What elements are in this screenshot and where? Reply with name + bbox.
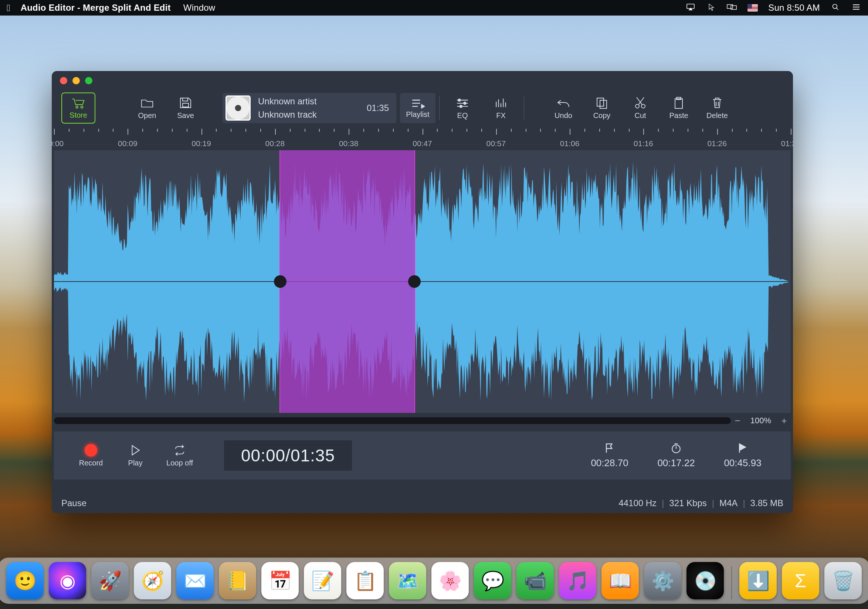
- dock-preferences-icon[interactable]: ⚙️: [644, 562, 681, 600]
- dock-facetime-icon[interactable]: 📹: [516, 562, 554, 600]
- selection-region[interactable]: [279, 150, 415, 413]
- album-art-icon: [225, 95, 251, 121]
- record-button[interactable]: Record: [69, 439, 113, 472]
- svg-rect-6: [183, 103, 189, 107]
- selection-end-handle[interactable]: [408, 275, 421, 288]
- dock-safari-icon[interactable]: 🧭: [134, 562, 171, 600]
- dock-finder-icon[interactable]: 🙂: [6, 562, 43, 600]
- dock-mail-icon[interactable]: ✉️: [176, 562, 214, 600]
- menubar-app-name[interactable]: Audio Editor - Merge Split And Edit: [21, 3, 171, 13]
- filesize-label: 3.85 MB: [750, 498, 783, 508]
- toolbar-separator: [439, 96, 440, 120]
- airplay-icon[interactable]: [685, 3, 696, 13]
- window-zoom-button[interactable]: [85, 77, 92, 84]
- dock-trash-icon[interactable]: 🗑️: [825, 562, 862, 600]
- menu-clock[interactable]: Sun 8:50 AM: [768, 3, 820, 13]
- svg-point-3: [833, 5, 837, 9]
- transport-bar: Record Play Loop off 00:00/01:35 00:28.7…: [54, 431, 791, 480]
- notification-center-icon[interactable]: [851, 3, 861, 13]
- track-artist-label: Unknown artist: [258, 96, 317, 107]
- cursor-icon[interactable]: [706, 3, 716, 13]
- status-bar: Pause 44100 Hz| 321 Kbps| M4A| 3.85 MB: [52, 493, 793, 513]
- mac-menu-bar:  Audio Editor - Merge Split And Edit Wi…: [0, 0, 868, 16]
- dock-reminders-icon[interactable]: 📋: [346, 562, 384, 600]
- play-button[interactable]: Play: [113, 439, 158, 472]
- delete-button-label: Delete: [707, 111, 728, 120]
- paste-button[interactable]: Paste: [659, 92, 698, 124]
- svg-point-8: [463, 102, 466, 104]
- play-button-label: Play: [128, 459, 143, 467]
- loop-button[interactable]: Loop off: [158, 439, 202, 472]
- selection-end-value: 00:45.93: [724, 457, 761, 469]
- eq-button[interactable]: EQ: [443, 92, 482, 124]
- track-duration-label: 01:35: [367, 103, 389, 113]
- window-traffic-lights: [60, 77, 92, 84]
- time-ruler[interactable]: 00:0000:0900:1900:2800:3800:4700:5701:06…: [52, 127, 793, 150]
- fx-button-label: FX: [496, 111, 506, 120]
- zoom-in-button[interactable]: +: [777, 415, 791, 427]
- cut-button[interactable]: Cut: [621, 92, 659, 124]
- dock-app-sigma-icon[interactable]: Σ: [782, 562, 819, 600]
- save-icon: [178, 96, 192, 109]
- svg-point-4: [76, 106, 78, 108]
- timecode-display: 00:00/01:35: [224, 440, 352, 471]
- open-button[interactable]: Open: [128, 92, 166, 124]
- fx-button[interactable]: FX: [482, 92, 520, 124]
- dock-calendar-icon[interactable]: 📅: [261, 562, 299, 600]
- playlist-button[interactable]: Playlist: [400, 93, 436, 123]
- dock-maps-icon[interactable]: 🗺️: [389, 562, 426, 600]
- selection-start-handle[interactable]: [274, 275, 287, 288]
- dock-notes-icon[interactable]: 📝: [304, 562, 341, 600]
- trash-icon: [710, 96, 724, 109]
- dock-siri-icon[interactable]: ◉: [49, 562, 86, 600]
- dock-ibooks-icon[interactable]: 📖: [601, 562, 639, 600]
- zoom-percent-label: 100%: [744, 416, 777, 426]
- save-button[interactable]: Save: [166, 92, 205, 124]
- flag-start-icon: [604, 443, 615, 454]
- zoom-out-button[interactable]: −: [731, 415, 744, 427]
- paste-icon: [672, 96, 686, 109]
- svg-rect-2: [731, 6, 737, 9]
- eq-button-label: EQ: [457, 111, 468, 120]
- ruler-tick-label: 01:35: [781, 139, 793, 148]
- window-close-button[interactable]: [60, 77, 67, 84]
- playlist-icon: [411, 98, 425, 109]
- dock-contacts-icon[interactable]: 📒: [219, 562, 256, 600]
- dock-audio-editor-icon[interactable]: 💿: [687, 562, 724, 600]
- window-minimize-button[interactable]: [73, 77, 80, 84]
- undo-button-label: Undo: [555, 111, 572, 120]
- save-button-label: Save: [177, 111, 194, 120]
- scissors-icon: [633, 96, 647, 109]
- playback-state-label: Pause: [61, 498, 87, 508]
- undo-button[interactable]: Undo: [544, 92, 583, 124]
- open-button-label: Open: [138, 111, 157, 120]
- menu-window[interactable]: Window: [183, 3, 215, 13]
- dock-messages-icon[interactable]: 💬: [474, 562, 511, 600]
- selection-length-marker: 00:17.22: [643, 443, 710, 469]
- displays-icon[interactable]: [727, 3, 737, 13]
- horizontal-scrollbar[interactable]: [54, 417, 731, 424]
- dock-itunes-icon[interactable]: 🎵: [559, 562, 596, 600]
- copy-button[interactable]: Copy: [583, 92, 621, 124]
- waveform-area[interactable]: [54, 150, 791, 413]
- store-button-label: Store: [70, 111, 87, 120]
- record-button-label: Record: [79, 459, 103, 467]
- equalizer-icon: [456, 96, 470, 109]
- dock-downloads-icon[interactable]: ⬇️: [739, 562, 777, 600]
- dock-launchpad-icon[interactable]: 🚀: [91, 562, 129, 600]
- track-title-label: Unknown track: [258, 110, 317, 120]
- store-button[interactable]: Store: [61, 93, 95, 124]
- ruler-tick-label: 00:00: [52, 139, 64, 148]
- delete-button[interactable]: Delete: [698, 92, 736, 124]
- waveform-icon: [54, 150, 791, 413]
- loop-button-label: Loop off: [166, 459, 193, 467]
- svg-point-12: [636, 104, 639, 108]
- playlist-button-label: Playlist: [406, 110, 429, 119]
- folder-icon: [140, 96, 154, 109]
- apple-menu-icon[interactable]: : [7, 2, 10, 14]
- ruler-tick-label: 01:26: [707, 139, 727, 148]
- toolbar-separator: [524, 96, 524, 120]
- input-language-flag-icon[interactable]: [747, 4, 758, 11]
- dock-photos-icon[interactable]: 🌸: [431, 562, 469, 600]
- spotlight-icon[interactable]: [830, 3, 841, 13]
